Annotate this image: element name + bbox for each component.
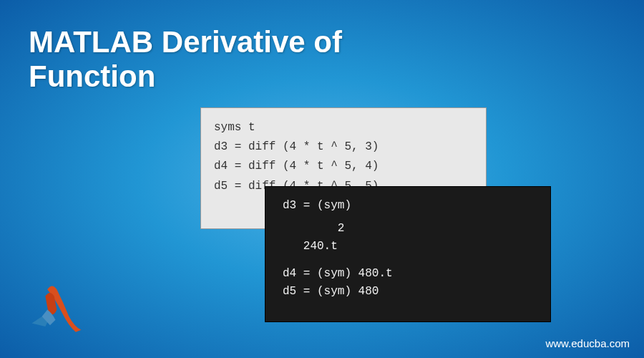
code-line: d4 = (sym) 480.t <box>283 265 533 284</box>
code-line: 240.t <box>283 238 533 256</box>
code-line: syms t <box>214 118 473 137</box>
code-line: d5 = (sym) 480 <box>283 283 533 301</box>
code-line: d3 = diff (4 * t ^ 5, 3) <box>214 137 473 157</box>
website-url: www.educba.com <box>545 337 630 349</box>
page-title: MATLAB Derivative ofFunction <box>29 25 342 95</box>
title-line1: MATLAB Derivative ofFunction <box>29 25 342 93</box>
code-snippet-dark: d3 = (sym) 2 240.t d4 = (sym) 480.t d5 =… <box>265 186 551 322</box>
code-line: d4 = diff (4 * t ^ 5, 4) <box>214 157 473 176</box>
code-line: 2 <box>283 220 533 238</box>
code-line: d3 = (sym) <box>283 197 533 216</box>
matlab-logo-icon <box>21 279 89 340</box>
